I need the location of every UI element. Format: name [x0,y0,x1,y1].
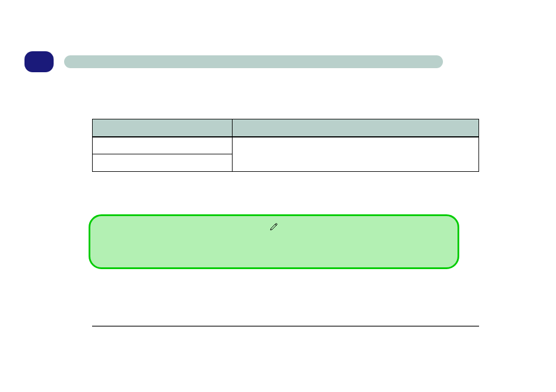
table-header-row [93,119,479,137]
note-box [89,214,459,269]
pen-icon [269,222,279,231]
header-row [24,51,443,72]
table-row [93,137,479,154]
section-badge [24,51,54,72]
table-cell [93,137,233,154]
section-title-bar [64,55,443,68]
horizontal-divider [92,326,479,327]
svg-line-0 [275,224,276,225]
table-header-cell [93,119,233,137]
table-header-cell [232,119,478,137]
data-table [92,119,479,172]
table-cell [93,154,233,172]
table-cell [232,137,478,172]
